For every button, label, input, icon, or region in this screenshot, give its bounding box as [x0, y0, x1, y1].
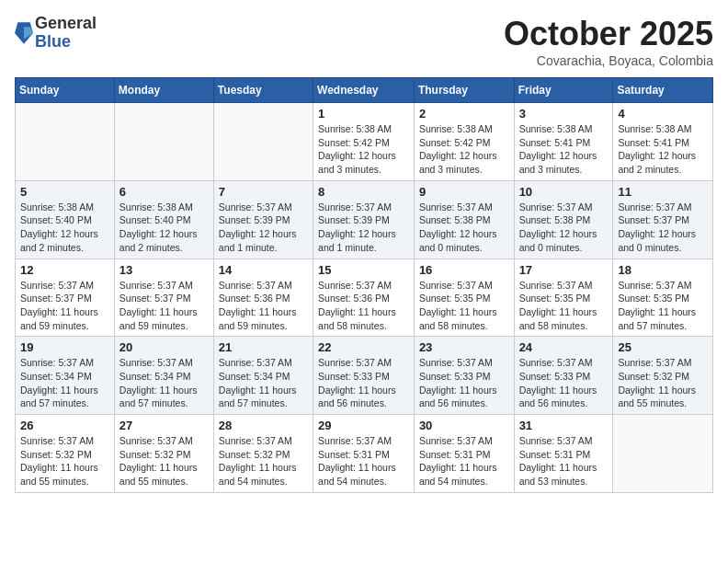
day-number: 2	[419, 107, 509, 121]
calendar-cell: 6Sunrise: 5:38 AM Sunset: 5:40 PM Daylig…	[114, 180, 213, 259]
day-number: 26	[20, 419, 109, 432]
day-number: 15	[318, 263, 409, 277]
day-info: Sunrise: 5:37 AM Sunset: 5:37 PM Dayligh…	[20, 279, 109, 333]
calendar-cell: 21Sunrise: 5:37 AM Sunset: 5:34 PM Dayli…	[213, 337, 313, 415]
day-info: Sunrise: 5:37 AM Sunset: 5:33 PM Dayligh…	[519, 356, 609, 410]
day-info: Sunrise: 5:37 AM Sunset: 5:31 PM Dayligh…	[519, 434, 609, 488]
day-number: 1	[318, 107, 409, 121]
day-info: Sunrise: 5:38 AM Sunset: 5:41 PM Dayligh…	[519, 122, 609, 177]
day-info: Sunrise: 5:37 AM Sunset: 5:32 PM Dayligh…	[618, 356, 708, 410]
day-info: Sunrise: 5:38 AM Sunset: 5:40 PM Dayligh…	[119, 201, 209, 255]
calendar-cell: 20Sunrise: 5:37 AM Sunset: 5:34 PM Dayli…	[114, 337, 213, 415]
day-info: Sunrise: 5:37 AM Sunset: 5:32 PM Dayligh…	[20, 434, 109, 488]
day-info: Sunrise: 5:38 AM Sunset: 5:42 PM Dayligh…	[318, 122, 409, 177]
day-number: 6	[119, 185, 209, 199]
calendar-cell: 7Sunrise: 5:37 AM Sunset: 5:39 PM Daylig…	[213, 180, 313, 259]
weekday-sunday: Sunday	[16, 78, 115, 103]
day-info: Sunrise: 5:37 AM Sunset: 5:37 PM Dayligh…	[119, 279, 209, 333]
day-number: 31	[519, 419, 609, 432]
day-number: 7	[219, 185, 308, 199]
calendar-cell: 28Sunrise: 5:37 AM Sunset: 5:32 PM Dayli…	[213, 415, 313, 493]
day-info: Sunrise: 5:37 AM Sunset: 5:34 PM Dayligh…	[20, 356, 109, 410]
weekday-friday: Friday	[514, 78, 613, 103]
day-info: Sunrise: 5:37 AM Sunset: 5:37 PM Dayligh…	[618, 201, 708, 255]
calendar-cell: 12Sunrise: 5:37 AM Sunset: 5:37 PM Dayli…	[16, 259, 115, 337]
calendar-cell: 10Sunrise: 5:37 AM Sunset: 5:38 PM Dayli…	[514, 180, 613, 259]
calendar-cell	[16, 103, 115, 181]
calendar-cell: 26Sunrise: 5:37 AM Sunset: 5:32 PM Dayli…	[16, 415, 115, 493]
day-number: 4	[618, 107, 708, 121]
day-info: Sunrise: 5:37 AM Sunset: 5:39 PM Dayligh…	[318, 201, 409, 255]
day-info: Sunrise: 5:37 AM Sunset: 5:36 PM Dayligh…	[219, 279, 308, 333]
logo-general: General	[35, 15, 97, 33]
calendar-cell: 3Sunrise: 5:38 AM Sunset: 5:41 PM Daylig…	[514, 103, 613, 181]
day-number: 11	[618, 185, 708, 199]
calendar-cell: 25Sunrise: 5:37 AM Sunset: 5:32 PM Dayli…	[613, 337, 713, 415]
day-number: 30	[419, 419, 509, 432]
calendar-cell: 15Sunrise: 5:37 AM Sunset: 5:36 PM Dayli…	[313, 259, 415, 337]
page-header: General Blue October 2025 Covarachia, Bo…	[15, 15, 713, 68]
calendar-cell: 9Sunrise: 5:37 AM Sunset: 5:38 PM Daylig…	[414, 180, 514, 259]
calendar-cell	[613, 415, 713, 493]
title-block: October 2025 Covarachia, Boyaca, Colombi…	[504, 15, 713, 68]
calendar-cell: 30Sunrise: 5:37 AM Sunset: 5:31 PM Dayli…	[414, 415, 514, 493]
day-number: 8	[318, 185, 409, 199]
day-info: Sunrise: 5:37 AM Sunset: 5:38 PM Dayligh…	[419, 201, 509, 255]
calendar-cell: 5Sunrise: 5:38 AM Sunset: 5:40 PM Daylig…	[16, 180, 115, 259]
day-info: Sunrise: 5:38 AM Sunset: 5:42 PM Dayligh…	[419, 122, 509, 177]
calendar-cell: 8Sunrise: 5:37 AM Sunset: 5:39 PM Daylig…	[313, 180, 415, 259]
day-number: 20	[119, 340, 209, 354]
day-info: Sunrise: 5:37 AM Sunset: 5:32 PM Dayligh…	[219, 434, 308, 488]
day-info: Sunrise: 5:37 AM Sunset: 5:32 PM Dayligh…	[119, 434, 209, 488]
day-info: Sunrise: 5:37 AM Sunset: 5:31 PM Dayligh…	[318, 434, 409, 488]
day-number: 19	[20, 340, 109, 354]
day-number: 17	[519, 263, 609, 277]
day-info: Sunrise: 5:37 AM Sunset: 5:33 PM Dayligh…	[419, 356, 509, 410]
calendar-cell: 27Sunrise: 5:37 AM Sunset: 5:32 PM Dayli…	[114, 415, 213, 493]
day-number: 10	[519, 185, 609, 199]
day-number: 27	[119, 419, 209, 432]
day-number: 25	[618, 340, 708, 354]
calendar-cell: 23Sunrise: 5:37 AM Sunset: 5:33 PM Dayli…	[414, 337, 514, 415]
calendar-week-4: 26Sunrise: 5:37 AM Sunset: 5:32 PM Dayli…	[16, 415, 713, 493]
calendar-cell: 11Sunrise: 5:37 AM Sunset: 5:37 PM Dayli…	[613, 180, 713, 259]
calendar-cell	[213, 103, 313, 181]
day-number: 29	[318, 419, 409, 432]
logo: General Blue	[15, 15, 97, 52]
calendar-table: SundayMondayTuesdayWednesdayThursdayFrid…	[15, 77, 713, 493]
calendar-cell: 2Sunrise: 5:38 AM Sunset: 5:42 PM Daylig…	[414, 103, 514, 181]
calendar-cell: 31Sunrise: 5:37 AM Sunset: 5:31 PM Dayli…	[514, 415, 613, 493]
calendar-cell: 1Sunrise: 5:38 AM Sunset: 5:42 PM Daylig…	[313, 103, 415, 181]
day-number: 21	[219, 340, 308, 354]
day-info: Sunrise: 5:37 AM Sunset: 5:35 PM Dayligh…	[419, 279, 509, 333]
day-info: Sunrise: 5:37 AM Sunset: 5:38 PM Dayligh…	[519, 201, 609, 255]
day-number: 22	[318, 340, 409, 354]
day-info: Sunrise: 5:37 AM Sunset: 5:35 PM Dayligh…	[519, 279, 609, 333]
weekday-header-row: SundayMondayTuesdayWednesdayThursdayFrid…	[16, 78, 713, 103]
day-info: Sunrise: 5:37 AM Sunset: 5:34 PM Dayligh…	[219, 356, 308, 410]
calendar-week-1: 5Sunrise: 5:38 AM Sunset: 5:40 PM Daylig…	[16, 180, 713, 259]
day-info: Sunrise: 5:37 AM Sunset: 5:36 PM Dayligh…	[318, 279, 409, 333]
day-number: 13	[119, 263, 209, 277]
calendar-cell: 22Sunrise: 5:37 AM Sunset: 5:33 PM Dayli…	[313, 337, 415, 415]
day-info: Sunrise: 5:37 AM Sunset: 5:33 PM Dayligh…	[318, 356, 409, 410]
calendar-cell: 24Sunrise: 5:37 AM Sunset: 5:33 PM Dayli…	[514, 337, 613, 415]
calendar-cell: 29Sunrise: 5:37 AM Sunset: 5:31 PM Dayli…	[313, 415, 415, 493]
calendar-cell: 18Sunrise: 5:37 AM Sunset: 5:35 PM Dayli…	[613, 259, 713, 337]
day-number: 16	[419, 263, 509, 277]
calendar-cell: 19Sunrise: 5:37 AM Sunset: 5:34 PM Dayli…	[16, 337, 115, 415]
day-number: 18	[618, 263, 708, 277]
day-info: Sunrise: 5:37 AM Sunset: 5:31 PM Dayligh…	[419, 434, 509, 488]
day-info: Sunrise: 5:38 AM Sunset: 5:40 PM Dayligh…	[20, 201, 109, 255]
day-number: 24	[519, 340, 609, 354]
calendar-cell	[114, 103, 213, 181]
day-info: Sunrise: 5:37 AM Sunset: 5:34 PM Dayligh…	[119, 356, 209, 410]
day-info: Sunrise: 5:37 AM Sunset: 5:35 PM Dayligh…	[618, 279, 708, 333]
calendar-cell: 13Sunrise: 5:37 AM Sunset: 5:37 PM Dayli…	[114, 259, 213, 337]
calendar-cell: 4Sunrise: 5:38 AM Sunset: 5:41 PM Daylig…	[613, 103, 713, 181]
day-number: 9	[419, 185, 509, 199]
location-subtitle: Covarachia, Boyaca, Colombia	[504, 53, 713, 68]
day-number: 5	[20, 185, 109, 199]
calendar-week-0: 1Sunrise: 5:38 AM Sunset: 5:42 PM Daylig…	[16, 103, 713, 181]
logo-icon	[15, 20, 33, 46]
